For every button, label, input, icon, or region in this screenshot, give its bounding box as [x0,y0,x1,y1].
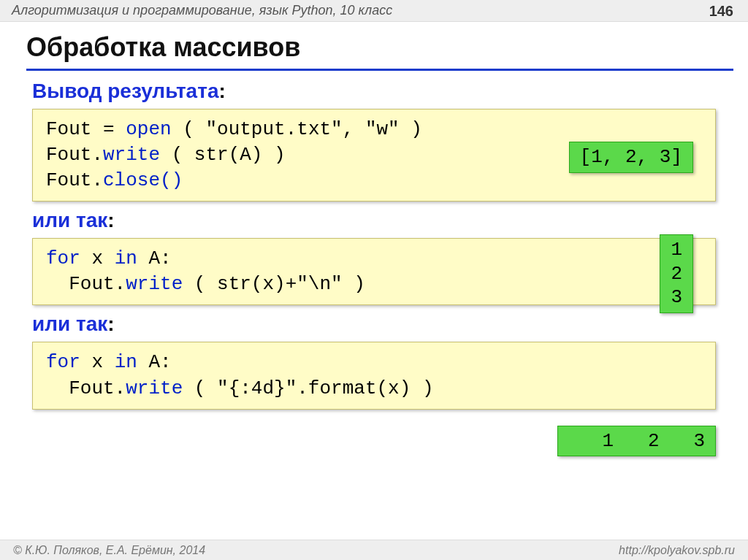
code1-l2b: write [103,144,160,166]
header-bar: Алгоритмизация и программирование, язык … [0,0,748,22]
code3-l1c: in [115,351,137,373]
code2-l1c: in [115,248,137,269]
code-block-3: for x in A: Fout.write ( "{:4d}".format(… [32,342,716,409]
output-badge-3: 1 2 3 [557,426,716,457]
code3-l1a: for [46,351,80,373]
colon: : [107,209,114,231]
subhead-output: Вывод результата: [32,80,722,103]
code2-l2c: ( str(x)+"\n" ) [183,273,365,295]
output-row-3: 1 2 3 [26,426,716,457]
code2-l1d: A: [137,248,172,269]
code1-l1b: = [91,118,114,140]
code1-l3a: Fout. [46,169,103,191]
code3-l2b: write [126,377,183,399]
footer-url: http://kpolyakov.spb.ru [619,544,735,557]
code-block-1: Fout = open ( "output.txt", "w" ) Fout.w… [32,109,716,202]
code1-l3b: close() [103,169,183,191]
code3-l2a: Fout. [46,377,126,399]
code2-l1b: x [80,248,115,269]
subhead-or-1-text: или так [32,209,107,231]
course-name: Алгоритмизация и программирование, язык … [12,3,392,18]
subhead-or-2-text: или так [32,312,107,335]
colon: : [218,80,225,102]
footer-bar: © К.Ю. Поляков, Е.А. Ерёмин, 2014 http:/… [0,540,748,560]
code1-l1a: Fout [46,118,91,140]
code-block-2: for x in A: Fout.write ( str(x)+"\n" )1 … [32,238,716,305]
code3-l2c: ( "{:4d}".format(x) ) [183,377,433,399]
subhead-or-1: или так: [32,209,722,232]
code3-l1b: x [80,351,115,373]
output-badge-1: [1, 2, 3] [569,142,693,173]
code1-l2a: Fout. [46,144,103,166]
code1-l1c: open [115,118,172,140]
page-number: 146 [709,3,733,20]
title-rule [26,69,733,71]
code3-l1d: A: [137,351,172,373]
subhead-output-text: Вывод результата [32,80,218,102]
code2-l1a: for [46,248,80,269]
footer-copyright: © К.Ю. Поляков, Е.А. Ерёмин, 2014 [13,544,205,557]
code1-l2c: ( str(A) ) [160,144,286,166]
output-badge-2: 1 2 3 [660,234,693,313]
subhead-or-2: или так: [32,312,722,336]
content: Вывод результата: Fout = open ( "output.… [0,80,748,456]
code2-l2a: Fout. [46,273,126,295]
code2-l2b: write [126,273,183,295]
colon: : [107,312,114,335]
code1-l1d: ( "output.txt", "w" ) [172,118,422,140]
slide-title: Обработка массивов [26,32,748,63]
